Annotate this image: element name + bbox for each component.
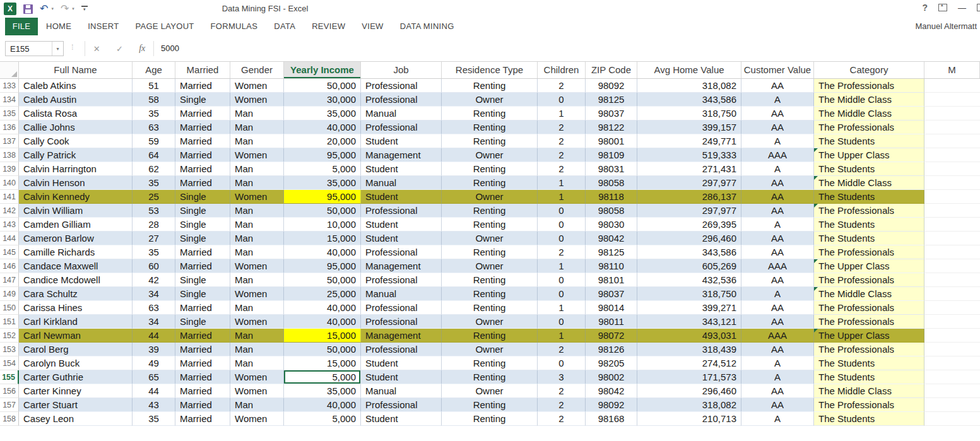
cell-income[interactable]: 35,000 [284, 176, 361, 190]
cell-residence[interactable]: Renting [442, 412, 538, 426]
cell-home_value[interactable]: 432,536 [637, 273, 741, 287]
enter-icon[interactable]: ✓ [116, 44, 123, 54]
cell-residence[interactable]: Owner [442, 148, 538, 162]
cell-gender[interactable]: Man [230, 162, 284, 176]
cell-m[interactable] [924, 134, 980, 148]
cell-age[interactable]: 63 [133, 121, 175, 134]
cell-married[interactable]: Married [175, 259, 230, 273]
cell-zip[interactable]: 98042 [586, 384, 637, 398]
cell-m[interactable] [924, 232, 980, 245]
cell-job[interactable]: Student [361, 190, 442, 204]
cell-children[interactable]: 0 [538, 204, 586, 218]
cell-residence[interactable]: Owner [442, 190, 538, 204]
name-box-dropdown-icon[interactable]: ▾ [52, 42, 63, 56]
row-number[interactable]: 135 [0, 107, 19, 121]
cell-m[interactable] [924, 301, 980, 315]
cell-zip[interactable]: 98030 [586, 218, 637, 232]
cell-gender[interactable]: Man [230, 232, 284, 245]
cell-customer_value[interactable]: AA [741, 204, 814, 218]
cell-job[interactable]: Professional [361, 204, 442, 218]
cell-age[interactable]: 43 [133, 398, 175, 412]
cell-residence[interactable]: Owner [442, 343, 538, 356]
cell-married[interactable]: Married [175, 107, 230, 121]
cell-children[interactable]: 1 [538, 190, 586, 204]
cell-income[interactable]: 50,000 [284, 343, 361, 356]
cell-zip[interactable]: 98126 [586, 343, 637, 356]
cell-gender[interactable]: Women [230, 79, 284, 93]
cell-married[interactable]: Single [175, 273, 230, 287]
cell-income[interactable]: 30,000 [284, 93, 361, 107]
cell-m[interactable] [924, 259, 980, 273]
cell-married[interactable]: Single [175, 315, 230, 329]
cell-name[interactable]: Calista Rosa [19, 107, 133, 121]
cell-m[interactable] [924, 329, 980, 343]
cell-age[interactable]: 60 [133, 259, 175, 273]
cell-m[interactable] [924, 398, 980, 412]
cell-gender[interactable]: Women [230, 148, 284, 162]
cell-age[interactable]: 65 [133, 370, 175, 384]
cell-zip[interactable]: 98125 [586, 93, 637, 107]
cell-zip[interactable]: 98109 [586, 148, 637, 162]
cell-income[interactable]: 50,000 [284, 204, 361, 218]
cell-age[interactable]: 49 [133, 356, 175, 370]
cell-home_value[interactable]: 318,750 [637, 287, 741, 301]
cell-gender[interactable]: Man [230, 343, 284, 356]
cell-gender[interactable]: Women [230, 384, 284, 398]
cell-job[interactable]: Professional [361, 301, 442, 315]
cell-category[interactable]: The Professionals [814, 398, 924, 412]
cell-m[interactable] [924, 148, 980, 162]
cell-married[interactable]: Married [175, 148, 230, 162]
cell-income[interactable]: 10,000 [284, 218, 361, 232]
row-number[interactable]: 134 [0, 93, 19, 107]
cell-home_value[interactable]: 399,157 [637, 121, 741, 134]
cell-home_value[interactable]: 269,395 [637, 218, 741, 232]
undo-icon[interactable]: ↶ [40, 4, 48, 14]
cell-job[interactable]: Management [361, 259, 442, 273]
cell-name[interactable]: Carolyn Buck [19, 356, 133, 370]
cell-income[interactable]: 35,000 [284, 107, 361, 121]
cell-married[interactable]: Married [175, 121, 230, 134]
cell-category[interactable]: The Upper Class [814, 148, 924, 162]
column-header-category[interactable]: Category [814, 62, 924, 78]
cell-married[interactable]: Married [175, 329, 230, 343]
cell-income[interactable]: 20,000 [284, 134, 361, 148]
cell-children[interactable]: 0 [538, 232, 586, 245]
customize-qat-icon[interactable]: ▾ [81, 6, 88, 12]
cell-home_value[interactable]: 318,082 [637, 398, 741, 412]
cell-age[interactable]: 35 [133, 107, 175, 121]
cell-customer_value[interactable]: A [741, 412, 814, 426]
cell-home_value[interactable]: 210,713 [637, 412, 741, 426]
cell-residence[interactable]: Renting [442, 245, 538, 259]
cell-married[interactable]: Single [175, 287, 230, 301]
minimize-icon[interactable]: — [958, 3, 966, 13]
cell-children[interactable]: 1 [538, 259, 586, 273]
tab-data-mining[interactable]: DATA MINING [392, 18, 463, 35]
cell-residence[interactable]: Renting [442, 176, 538, 190]
cell-married[interactable]: Married [175, 398, 230, 412]
cell-customer_value[interactable]: A [741, 134, 814, 148]
cell-category[interactable]: The Students [814, 162, 924, 176]
cell-zip[interactable]: 98058 [586, 204, 637, 218]
cell-age[interactable]: 44 [133, 329, 175, 343]
cell-zip[interactable]: 98002 [586, 370, 637, 384]
row-number[interactable]: 157 [0, 398, 19, 412]
cell-m[interactable] [924, 356, 980, 370]
cell-gender[interactable]: Women [230, 370, 284, 384]
cell-category[interactable]: The Students [814, 356, 924, 370]
cell-children[interactable]: 0 [538, 356, 586, 370]
cell-age[interactable]: 35 [133, 176, 175, 190]
cell-name[interactable]: Calvin William [19, 204, 133, 218]
cell-job[interactable]: Student [361, 162, 442, 176]
cell-zip[interactable]: 98037 [586, 287, 637, 301]
cell-children[interactable]: 2 [538, 384, 586, 398]
cell-name[interactable]: Calvin Kennedy [19, 190, 133, 204]
cell-residence[interactable]: Owner [442, 259, 538, 273]
row-number[interactable]: 150 [0, 301, 19, 315]
cell-zip[interactable]: 98122 [586, 121, 637, 134]
cell-zip[interactable]: 98058 [586, 176, 637, 190]
cell-children[interactable]: 2 [538, 245, 586, 259]
cell-m[interactable] [924, 384, 980, 398]
cell-residence[interactable]: Renting [442, 79, 538, 93]
cell-zip[interactable]: 98092 [586, 79, 637, 93]
cell-customer_value[interactable]: AA [741, 301, 814, 315]
